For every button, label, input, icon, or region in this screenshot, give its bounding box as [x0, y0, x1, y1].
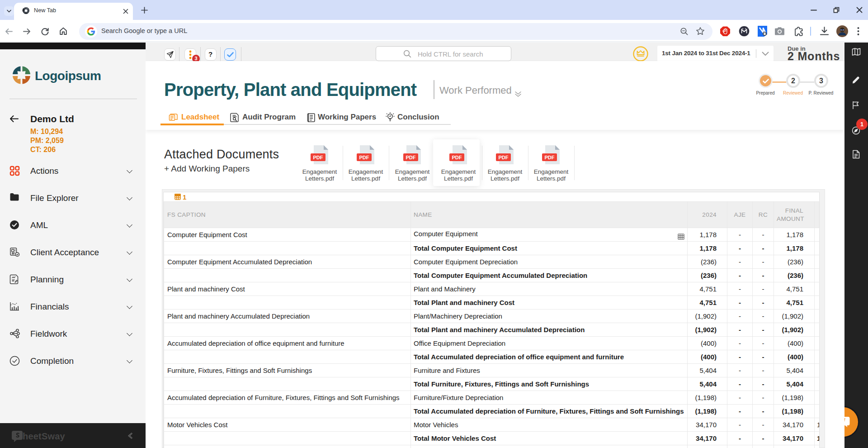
svg-text:PDF: PDF: [499, 155, 509, 160]
svg-text:PDF: PDF: [452, 155, 462, 160]
svg-text:PDF: PDF: [545, 155, 555, 160]
svg-text:PDF: PDF: [313, 155, 323, 160]
svg-text:PDF: PDF: [406, 155, 416, 160]
svg-text:PDF: PDF: [359, 155, 369, 160]
